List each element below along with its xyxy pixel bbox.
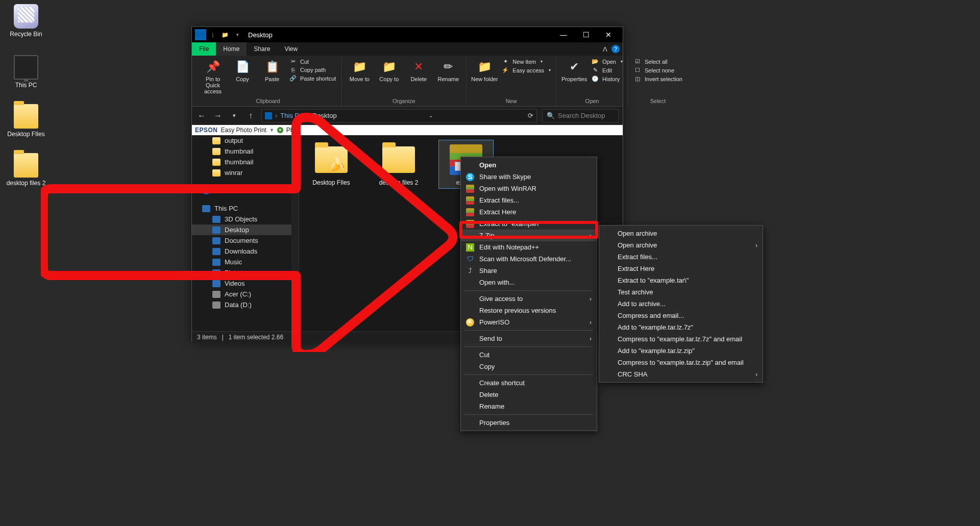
nav-winrar[interactable]: winrar	[192, 167, 299, 178]
sub-open-archive-2[interactable]: Open archive›	[599, 239, 763, 251]
new-item-button[interactable]: ✦New item▾	[500, 58, 552, 65]
breadcrumb-this-pc[interactable]: This PC	[280, 112, 304, 119]
nav-scrollbar[interactable]	[291, 135, 299, 331]
sub-open-archive-1[interactable]: Open archive	[599, 228, 763, 239]
ctx-cut[interactable]: Cut	[461, 349, 597, 361]
epson-label[interactable]: Easy Photo Print	[221, 127, 266, 134]
epson-photo-label[interactable]: Ph	[286, 127, 294, 134]
ctx-7zip[interactable]: 7-Zip›	[461, 230, 597, 241]
delete-button[interactable]: ✕Delete	[405, 58, 432, 82]
nav-3d-objects[interactable]: 3D Objects	[192, 214, 299, 224]
ctx-create-shortcut[interactable]: Create shortcut	[461, 377, 597, 389]
tab-home[interactable]: Home	[216, 42, 247, 56]
sub-add-to-archive[interactable]: Add to archive...	[599, 298, 763, 310]
copy-path-button[interactable]: ⎘Copy path	[288, 66, 337, 73]
nav-desktop[interactable]: Desktop	[192, 224, 299, 235]
copy-to-button[interactable]: 📁Copy to	[375, 58, 403, 82]
nav-music[interactable]: Music	[192, 257, 299, 267]
paste-shortcut-button[interactable]: 🔗Paste shortcut	[288, 74, 337, 82]
sub-compress-7z-email[interactable]: Compress to "example.tar.lz.7z" and emai…	[599, 333, 763, 345]
collapse-ribbon-icon[interactable]: ᐱ	[603, 45, 607, 53]
new-folder-button[interactable]: 📁New folder	[471, 58, 498, 82]
nav-acer-c[interactable]: Acer (C:)	[192, 289, 299, 299]
refresh-button[interactable]: ⟳	[528, 112, 533, 119]
ctx-delete[interactable]: Delete	[461, 389, 597, 400]
invert-selection-button[interactable]: ◫Invert selection	[632, 75, 683, 83]
help-icon[interactable]: ?	[611, 45, 620, 53]
nav-pictures[interactable]: Pictures	[192, 267, 299, 278]
nav-documents[interactable]: Documents	[192, 235, 299, 246]
ctx-open-with[interactable]: Open with...	[461, 277, 597, 288]
select-none-button[interactable]: ☐Select none	[632, 66, 683, 74]
tab-view[interactable]: View	[277, 42, 305, 56]
paste-button[interactable]: 📋Paste	[258, 58, 286, 82]
properties-button[interactable]: ✔Properties	[560, 58, 588, 82]
ctx-defender[interactable]: 🛡Scan with Microsoft Defender...	[461, 253, 597, 265]
desktop-icon-folder-1[interactable]: Desktop FIles	[6, 104, 46, 138]
nav-onedrive[interactable]: OneDrive - Personal	[192, 185, 299, 196]
nav-pane[interactable]: output thumbnail thumbnail winrar OneDri…	[192, 135, 299, 331]
ctx-give-access[interactable]: Give access to›	[461, 293, 597, 305]
nav-downloads[interactable]: Downloads	[192, 246, 299, 257]
qa-item[interactable]: 📁	[219, 29, 231, 40]
sub-compress-zip-email[interactable]: Compress to "example.tar.lz.zip" and ema…	[599, 357, 763, 368]
ctx-copy[interactable]: Copy	[461, 361, 597, 372]
sub-add-zip[interactable]: Add to "example.tar.lz.zip"	[599, 345, 763, 357]
search-input[interactable]: 🔍 Search Desktop	[542, 109, 619, 122]
chevron-down-icon[interactable]: ▼	[270, 128, 274, 133]
sub-compress-email[interactable]: Compress and email...	[599, 310, 763, 321]
easy-access-button[interactable]: ⚡Easy access▾	[500, 66, 552, 74]
ctx-restore[interactable]: Restore previous versions	[461, 305, 597, 316]
nav-this-pc[interactable]: This PC	[192, 203, 299, 214]
forward-button[interactable]: →	[212, 111, 224, 120]
ctx-extract-here[interactable]: Extract Here	[461, 206, 597, 218]
sub-extract-files[interactable]: Extract files...	[599, 251, 763, 263]
titlebar[interactable]: | 📁 ▾ Desktop — ☐ ✕	[192, 27, 623, 42]
history-button[interactable]: 🕘History	[590, 75, 624, 83]
edit-button[interactable]: ✎Edit	[590, 66, 624, 74]
desktop-icon-folder-2[interactable]: desktop files 2	[6, 153, 46, 187]
file-folder-2[interactable]: desktop files 2	[372, 140, 426, 188]
back-button[interactable]: ←	[196, 111, 207, 120]
breadcrumb[interactable]: › This PC › Desktop ⌄ ⟳	[261, 109, 537, 122]
select-all-button[interactable]: ☑Select all	[632, 58, 683, 65]
ctx-notepad[interactable]: NEdit with Notepad++	[461, 241, 597, 253]
sub-test-archive[interactable]: Test archive	[599, 286, 763, 298]
pin-button[interactable]: 📌Pin to Quick access	[199, 58, 227, 94]
open-button[interactable]: 📂Open▾	[590, 58, 624, 65]
nav-videos[interactable]: Videos	[192, 278, 299, 289]
desktop-icon-recycle-bin[interactable]: Recycle Bin	[6, 4, 46, 38]
sub-crc-sha[interactable]: CRC SHA›	[599, 368, 763, 380]
tab-share[interactable]: Share	[247, 42, 277, 56]
desktop-icon-this-pc[interactable]: This PC	[6, 55, 46, 89]
ctx-extract-files[interactable]: Extract files...	[461, 194, 597, 206]
ctx-send-to[interactable]: Send to›	[461, 333, 597, 344]
ctx-open-winrar[interactable]: Open with WinRAR	[461, 183, 597, 194]
minimize-button[interactable]: —	[552, 27, 575, 42]
sub-add-7z[interactable]: Add to "example.tar.lz.7z"	[599, 321, 763, 333]
nav-output[interactable]: output	[192, 135, 299, 146]
ctx-rename[interactable]: Rename	[461, 400, 597, 412]
ctx-open[interactable]: Open	[461, 159, 597, 171]
breadcrumb-folder[interactable]: Desktop	[312, 112, 337, 119]
address-dropdown-icon[interactable]: ⌄	[429, 113, 433, 118]
ctx-properties[interactable]: Properties	[461, 417, 597, 429]
up-button[interactable]: ↑	[245, 111, 256, 120]
nav-thumbnail-2[interactable]: thumbnail	[192, 157, 299, 167]
copy-button[interactable]: 📄Copy	[229, 58, 256, 82]
maximize-button[interactable]: ☐	[575, 27, 597, 42]
close-button[interactable]: ✕	[597, 27, 620, 42]
sub-extract-to[interactable]: Extract to "example.tar\"	[599, 274, 763, 286]
move-to-button[interactable]: 📁Move to	[346, 58, 373, 82]
tab-file[interactable]: File	[192, 42, 216, 56]
nav-data-d[interactable]: Data (D:)	[192, 299, 299, 310]
ctx-extract-to[interactable]: Extract to "example\"	[461, 218, 597, 230]
sub-extract-here[interactable]: Extract Here	[599, 263, 763, 274]
rename-button[interactable]: ✏Rename	[434, 58, 462, 82]
qa-dropdown[interactable]: ▾	[232, 29, 243, 40]
ctx-share[interactable]: ⤴Share	[461, 265, 597, 277]
ctx-share-skype[interactable]: SShare with Skype	[461, 171, 597, 183]
ctx-poweriso[interactable]: PowerISO›	[461, 316, 597, 328]
cut-button[interactable]: ✂Cut	[288, 58, 337, 65]
nav-thumbnail-1[interactable]: thumbnail	[192, 146, 299, 157]
